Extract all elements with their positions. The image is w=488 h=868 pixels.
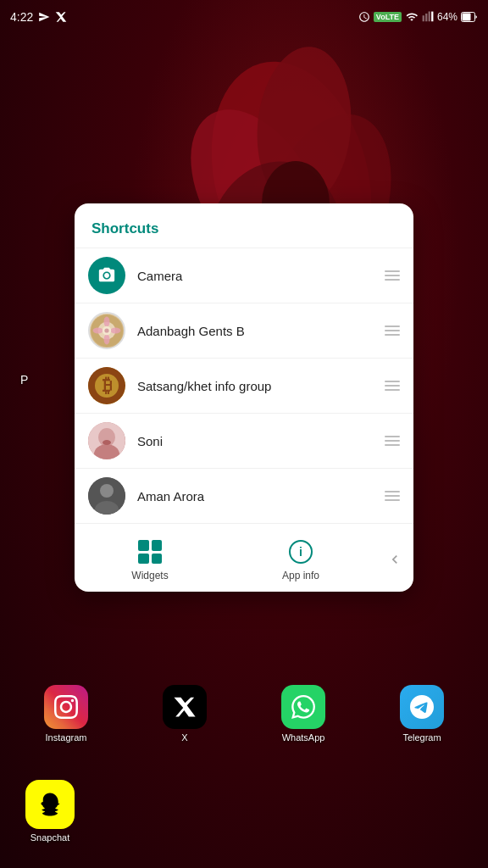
chevron-left-icon xyxy=(386,551,403,568)
collapse-button[interactable] xyxy=(376,551,413,568)
soni-label: Soni xyxy=(137,434,373,448)
avatar-adanbagh xyxy=(88,312,125,349)
svg-rect-8 xyxy=(463,14,471,21)
telegram-label: Telegram xyxy=(402,732,441,743)
dock-item-instagram[interactable]: Instagram xyxy=(44,685,88,743)
shortcuts-card: Shortcuts Camera xyxy=(75,203,413,592)
satsang-label: Satsang/khet info group xyxy=(137,379,373,393)
shortcuts-header: Shortcuts xyxy=(75,203,413,248)
drag-handle-adanbagh xyxy=(385,326,400,336)
alarm-icon xyxy=(358,11,370,23)
avatar-satsang: ₿ xyxy=(88,367,125,404)
battery-icon xyxy=(461,12,478,22)
adanbagh-label: Adanbagh Gents B xyxy=(137,324,373,338)
status-bar: 4:22 VoLTE 64% xyxy=(0,0,488,34)
shortcut-aman[interactable]: Aman Arora xyxy=(75,468,413,523)
shortcuts-title: Shortcuts xyxy=(92,220,158,236)
avatar-soni xyxy=(88,422,125,459)
avatar-aman xyxy=(88,477,125,515)
drag-handle-camera xyxy=(385,270,400,281)
shortcut-satsang[interactable]: ₿ Satsang/khet info group xyxy=(75,358,413,413)
snapchat-label: Snapchat xyxy=(30,832,69,843)
send-icon xyxy=(38,11,50,23)
svg-point-11 xyxy=(104,317,110,327)
drag-handle-satsang xyxy=(385,381,400,391)
battery-level: 64% xyxy=(437,11,458,23)
time-display: 4:22 xyxy=(10,10,33,24)
snapchat-app[interactable]: Snapchat xyxy=(25,780,75,843)
whatsapp-icon xyxy=(281,685,325,729)
dock-item-whatsapp[interactable]: WhatsApp xyxy=(281,685,325,743)
svg-point-13 xyxy=(93,328,103,334)
signal-icon xyxy=(422,11,434,23)
shortcut-adanbagh[interactable]: Adanbagh Gents B xyxy=(75,303,413,358)
status-left: 4:22 xyxy=(10,10,67,24)
svg-point-12 xyxy=(104,334,110,344)
svg-text:₿: ₿ xyxy=(103,375,112,396)
x-icon xyxy=(55,11,67,23)
dock-item-telegram[interactable]: Telegram xyxy=(400,685,444,743)
x-app-icon xyxy=(163,685,207,729)
dock-row: Instagram X WhatsApp Telegram xyxy=(0,685,488,743)
svg-point-23 xyxy=(103,440,111,445)
card-actions: Widgets i App info xyxy=(75,523,413,592)
widgets-icon xyxy=(136,537,164,566)
app-info-icon: i xyxy=(286,537,315,566)
camera-app-icon xyxy=(88,257,125,294)
shortcuts-list: Camera xyxy=(75,248,413,523)
svg-point-25 xyxy=(100,484,114,498)
widgets-label: Widgets xyxy=(131,570,168,581)
shortcut-camera[interactable]: Camera xyxy=(75,248,413,303)
camera-label: Camera xyxy=(137,269,373,283)
volte-badge: VoLTE xyxy=(374,12,402,22)
status-right: VoLTE 64% xyxy=(358,11,478,23)
snapchat-icon-circle xyxy=(25,780,75,829)
app-info-label: App info xyxy=(282,570,319,581)
aman-label: Aman Arora xyxy=(137,489,373,504)
svg-point-16 xyxy=(104,328,108,332)
telegram-icon xyxy=(400,685,444,729)
instagram-icon xyxy=(44,685,88,729)
shortcut-soni[interactable]: Soni xyxy=(75,413,413,468)
drag-handle-aman xyxy=(385,491,400,501)
instagram-label: Instagram xyxy=(46,732,87,743)
app-info-button[interactable]: i App info xyxy=(225,534,376,585)
wifi-icon xyxy=(405,11,419,23)
partial-app-label: P xyxy=(20,373,28,387)
x-label: X xyxy=(181,732,187,743)
whatsapp-label: WhatsApp xyxy=(282,732,325,743)
widgets-button[interactable]: Widgets xyxy=(75,534,225,585)
drag-handle-soni xyxy=(385,436,400,446)
svg-point-14 xyxy=(110,328,120,334)
dock-item-x[interactable]: X xyxy=(163,685,207,743)
